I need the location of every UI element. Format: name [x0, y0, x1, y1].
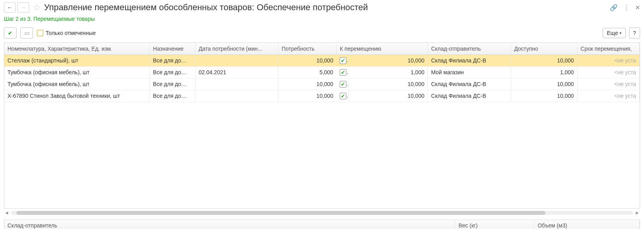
scroll-left-icon[interactable]: ◀ — [4, 210, 9, 216]
cell-move-term[interactable]: <не уста — [577, 90, 639, 102]
col-need-qty[interactable]: Потребность — [278, 43, 337, 55]
chevron-down-icon: ▾ — [620, 31, 622, 35]
cell-need-date[interactable] — [195, 78, 278, 90]
cell-need-date[interactable] — [195, 90, 278, 102]
cell-purpose[interactable]: Все для до… — [150, 90, 195, 102]
cell-move-check[interactable]: ✔ — [337, 90, 349, 102]
scroll-thumb[interactable] — [17, 211, 545, 215]
close-icon[interactable]: ✕ — [635, 4, 640, 11]
col-sender-warehouse-summary[interactable]: Склад-отправитель — [4, 220, 455, 229]
cell-need-date[interactable] — [195, 55, 278, 66]
checkmark-icon: ✔ — [340, 57, 346, 64]
cell-purpose[interactable]: Все для до… — [150, 55, 195, 66]
checkmark-icon: ✔ — [340, 69, 346, 76]
only-marked-checkbox[interactable]: Только отмеченные — [37, 30, 96, 36]
cell-available[interactable]: 10,000 — [511, 78, 577, 90]
cell-need-qty[interactable]: 10,000 — [278, 90, 337, 102]
more-label: Еще — [607, 30, 618, 36]
cell-sender-warehouse[interactable]: Склад Филиала ДС-В — [428, 55, 511, 66]
items-grid-header: Номенклатура, Характеристика, Ед. изм. Н… — [4, 43, 640, 55]
table-row[interactable]: Стеллаж (стандартный), штВсе для до…10,0… — [4, 55, 640, 66]
checkmark-icon: ✔ — [340, 81, 346, 88]
items-grid[interactable]: Номенклатура, Характеристика, Ед. изм. Н… — [4, 42, 640, 209]
cell-need-qty[interactable]: 10,000 — [278, 78, 337, 90]
cell-nomenclature[interactable]: Стеллаж (стандартный), шт — [4, 55, 150, 66]
cell-need-qty[interactable]: 5,000 — [278, 66, 337, 78]
cell-move-term[interactable]: <не уста — [577, 78, 639, 90]
table-row[interactable]: Тумбочка (офисная мебель), штВсе для до…… — [4, 78, 640, 90]
cell-move-check[interactable]: ✔ — [337, 66, 349, 78]
cell-to-move-qty[interactable]: 1,000 — [349, 66, 428, 78]
page-title: Управление перемещением обособленных тов… — [44, 2, 610, 13]
cell-nomenclature[interactable]: Тумбочка (офисная мебель), шт — [4, 66, 150, 78]
nav-back-button[interactable]: ← — [4, 2, 16, 13]
col-move-term[interactable]: Срок перемещения, — [577, 43, 639, 55]
table-row[interactable]: Х-67890 Стинол Завод бытовой техники, шт… — [4, 90, 640, 102]
cell-move-term[interactable]: <не уста — [577, 66, 639, 78]
summary-grid-header: Склад-отправитель Вес (кг) Объем (м3) — [4, 220, 640, 229]
cell-sender-warehouse[interactable]: Мой магазин — [428, 66, 511, 78]
cell-nomenclature[interactable]: Х-67890 Стинол Завод бытовой техники, шт — [4, 90, 150, 102]
checkmark-icon: ✔ — [340, 93, 346, 99]
check-all-button[interactable]: ✔ — [4, 27, 17, 38]
step-indicator: Шаг 2 из 3. Перемещаемые товары — [0, 14, 644, 26]
kebab-icon[interactable]: ⋮ — [623, 4, 629, 11]
cell-to-move-qty[interactable]: 10,000 — [349, 78, 428, 90]
cell-sender-warehouse[interactable]: Склад Филиала ДС-В — [428, 78, 511, 90]
nav-forward-button[interactable]: → — [17, 2, 29, 13]
cell-to-move-qty[interactable]: 10,000 — [349, 55, 428, 66]
checkbox-icon — [37, 30, 43, 36]
cell-move-check[interactable]: ✔ — [337, 55, 349, 66]
cell-nomenclature[interactable]: Тумбочка (офисная мебель), шт — [4, 78, 150, 90]
link-icon[interactable]: 🔗 — [610, 4, 618, 11]
col-nomenclature[interactable]: Номенклатура, Характеристика, Ед. изм. — [4, 43, 150, 55]
cell-to-move-qty[interactable]: 10,000 — [349, 90, 428, 102]
col-weight[interactable]: Вес (кг) — [455, 220, 534, 229]
uncheck-all-button[interactable]: ▭ — [20, 27, 33, 38]
col-volume[interactable]: Объем (м3) — [534, 220, 640, 229]
cell-need-date[interactable]: 02.04.2021 — [195, 66, 278, 78]
col-purpose[interactable]: Назначение — [150, 43, 195, 55]
cell-purpose[interactable]: Все для до… — [150, 78, 195, 90]
col-available[interactable]: Доступно — [511, 43, 577, 55]
col-to-move[interactable]: К перемещению — [337, 43, 428, 55]
more-button[interactable]: Еще ▾ — [603, 28, 626, 38]
cell-need-qty[interactable]: 10,000 — [278, 55, 337, 66]
summary-grid[interactable]: Склад-отправитель Вес (кг) Объем (м3) Ск… — [4, 220, 640, 229]
cell-available[interactable]: 10,000 — [511, 90, 577, 102]
cell-move-check[interactable]: ✔ — [337, 78, 349, 90]
scroll-right-icon[interactable]: ▶ — [635, 210, 640, 216]
cell-purpose[interactable]: Все для до… — [150, 66, 195, 78]
favorite-star-icon[interactable]: ☆ — [33, 2, 41, 13]
col-sender-warehouse[interactable]: Склад-отправитель — [428, 43, 511, 55]
table-row[interactable]: Тумбочка (офисная мебель), штВсе для до…… — [4, 66, 640, 78]
cell-available[interactable]: 10,000 — [511, 55, 577, 66]
scroll-track[interactable] — [11, 211, 633, 215]
col-need-date[interactable]: Дата потребности (мин... — [195, 43, 278, 55]
cell-available[interactable]: 1,000 — [511, 66, 577, 78]
horizontal-scrollbar[interactable]: ◀ ▶ — [4, 210, 640, 216]
grid-empty-area — [4, 102, 640, 208]
help-button[interactable]: ? — [629, 27, 640, 38]
cell-sender-warehouse[interactable]: Склад Филиала ДС-В — [428, 90, 511, 102]
only-marked-label: Только отмеченные — [46, 30, 96, 36]
cell-move-term[interactable]: <не уста — [577, 55, 639, 66]
